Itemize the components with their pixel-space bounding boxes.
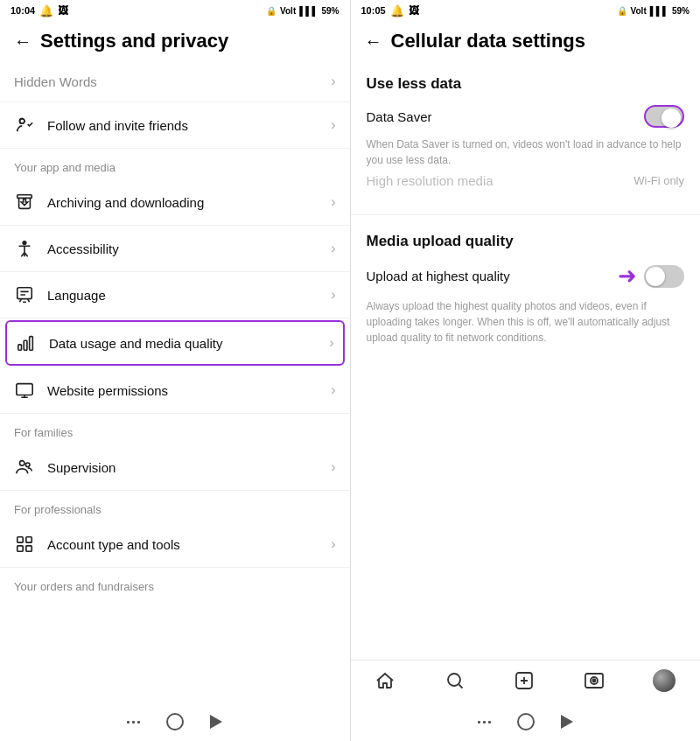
time-left: 10:04 [10, 5, 35, 16]
menu-sys-btn-right[interactable] [478, 721, 491, 724]
svg-rect-8 [30, 337, 33, 351]
signal-icon: ▌▌▌ [299, 6, 318, 16]
nav-add[interactable] [514, 670, 535, 691]
menu-item-supervision[interactable]: Supervision › [0, 444, 350, 491]
upload-quality-knob [646, 267, 665, 286]
chevron-supervision: › [331, 459, 335, 475]
data-saver-desc: When Data Saver is turned on, videos won… [367, 136, 685, 168]
profile-avatar [653, 669, 676, 692]
chevron-archiving: › [331, 194, 335, 210]
menu-item-language[interactable]: Language › [0, 272, 350, 318]
supervision-label: Supervision [47, 460, 318, 475]
section-orders: Your orders and fundraisers [0, 568, 350, 598]
data-usage-label: Data usage and media quality [49, 336, 317, 351]
back-button-right[interactable]: ← [365, 31, 382, 52]
upload-quality-label: Upload at highest quality [367, 269, 510, 283]
media-quality-section: Media upload quality Upload at highest q… [351, 219, 701, 365]
high-res-label: High resolution media [367, 173, 494, 188]
lock-icon-right: 🔒 [617, 6, 627, 16]
nav-profile[interactable] [653, 669, 676, 692]
follow-icon [14, 115, 35, 136]
home-sys-btn-right[interactable] [517, 713, 535, 731]
time-right: 10:05 [361, 5, 386, 16]
data-usage-icon [16, 332, 37, 353]
supervision-icon [14, 457, 35, 478]
gallery-icon-right: 🖼 [409, 4, 419, 17]
svg-rect-13 [26, 537, 32, 542]
svg-rect-2 [18, 195, 32, 199]
menu-item-archiving[interactable]: Archiving and downloading › [0, 179, 350, 226]
left-page-title: Settings and privacy [40, 30, 228, 52]
svg-point-10 [20, 461, 25, 466]
media-quality-title: Media upload quality [367, 233, 685, 250]
menu-item-follow[interactable]: Follow and invite friends › [0, 102, 350, 149]
chevron-accessibility: › [331, 241, 335, 256]
system-bar-right [351, 706, 701, 741]
status-bar-left: 10:04 🔔 🖼 🔒 Volt ▌▌▌ 59% [0, 0, 350, 21]
purple-arrow-icon: ➜ [618, 262, 637, 290]
notif-icon-right: 🔔 [390, 4, 404, 17]
chevron-account: › [331, 536, 335, 552]
use-less-data-section: Use less data Data Saver When Data Saver… [351, 61, 701, 211]
account-label: Account type and tools [47, 537, 318, 552]
svg-point-11 [25, 463, 30, 467]
menu-item-data-usage[interactable]: Data usage and media quality › [5, 320, 345, 366]
whatsapp-icon: 🔔 [39, 4, 53, 17]
upload-quality-desc: Always upload the highest quality photos… [367, 298, 685, 346]
left-panel: 10:04 🔔 🖼 🔒 Volt ▌▌▌ 59% ← Settings and … [0, 0, 351, 741]
upload-quality-toggle[interactable] [644, 265, 684, 288]
back-sys-btn[interactable] [210, 715, 222, 729]
high-res-row: High resolution media Wi-Fi only [367, 173, 685, 188]
nav-home[interactable] [374, 670, 396, 691]
svg-rect-6 [18, 345, 22, 350]
left-header: ← Settings and privacy [0, 21, 350, 61]
left-scroll-content: Hidden Words › Follow and invite friends… [0, 61, 350, 706]
follow-label: Follow and invite friends [47, 118, 318, 133]
battery-right: 59% [672, 6, 690, 16]
archiving-label: Archiving and downloading [47, 195, 318, 210]
home-sys-btn[interactable] [166, 713, 184, 731]
right-page-title: Cellular data settings [391, 30, 586, 52]
menu-sys-btn[interactable] [127, 721, 140, 724]
website-icon [14, 380, 35, 401]
bottom-nav-right [351, 660, 701, 706]
signal-icon-right: ▌▌▌ [650, 6, 668, 16]
gallery-icon: 🖼 [58, 4, 68, 17]
accessibility-icon [14, 238, 35, 259]
chevron-hidden-words: › [331, 73, 335, 89]
back-button-left[interactable]: ← [14, 31, 32, 52]
nav-reels[interactable] [584, 670, 605, 691]
accessibility-label: Accessibility [47, 241, 318, 256]
right-panel: 10:05 🔔 🖼 🔒 Volt ▌▌▌ 59% ← Cellular data… [351, 0, 701, 741]
language-label: Language [47, 288, 318, 303]
menu-item-website[interactable]: Website permissions › [0, 367, 350, 414]
svg-rect-12 [18, 537, 23, 542]
chevron-data-usage: › [329, 335, 333, 351]
section-professionals: For professionals [0, 491, 350, 521]
right-header: ← Cellular data settings [351, 21, 701, 61]
chevron-follow: › [331, 117, 335, 133]
battery-left: 59% [321, 6, 339, 16]
data-saver-toggle[interactable] [644, 105, 684, 128]
right-scroll-content: Use less data Data Saver When Data Saver… [351, 61, 701, 660]
section-divider [351, 214, 701, 215]
menu-item-accessibility[interactable]: Accessibility › [0, 226, 350, 272]
nav-search[interactable] [444, 670, 466, 691]
system-bar-left [0, 706, 350, 741]
section-app-media: Your app and media [0, 149, 350, 179]
lock-icon: 🔒 [266, 6, 276, 16]
hidden-words-item[interactable]: Hidden Words › [0, 61, 350, 102]
wifi-icon-right: Volt [631, 6, 647, 16]
svg-rect-5 [18, 288, 32, 299]
use-less-data-title: Use less data [367, 75, 685, 93]
menu-item-account[interactable]: Account type and tools › [0, 521, 350, 568]
svg-rect-7 [24, 340, 27, 350]
data-saver-label: Data Saver [367, 109, 432, 124]
data-saver-row: Data Saver [367, 105, 685, 128]
back-sys-btn-right[interactable] [561, 715, 573, 729]
svg-rect-9 [17, 384, 32, 395]
status-bar-right: 10:05 🔔 🖼 🔒 Volt ▌▌▌ 59% [351, 0, 701, 21]
svg-point-20 [592, 680, 595, 682]
svg-rect-15 [26, 546, 32, 551]
svg-point-16 [448, 674, 460, 686]
